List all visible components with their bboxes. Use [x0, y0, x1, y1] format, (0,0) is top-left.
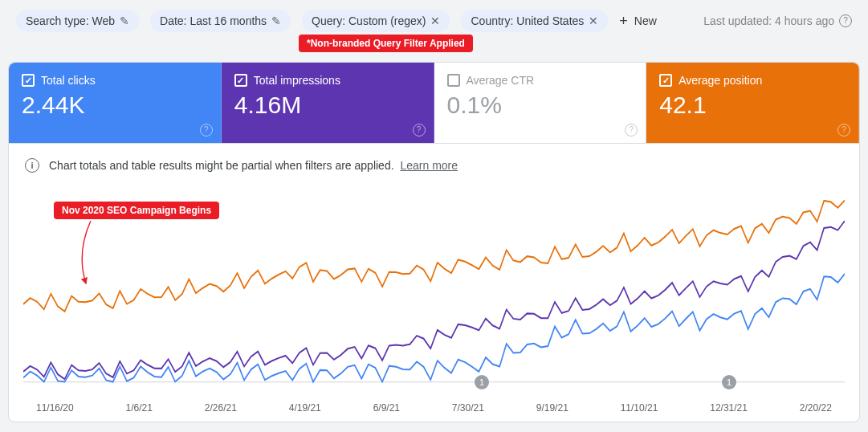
chip-label: Search type: Web [26, 14, 115, 27]
metric-label: Average CTR [467, 74, 535, 87]
metric-card-impressions[interactable]: Total impressions 4.16M ? [222, 63, 434, 143]
chip-label: Country: United States [471, 14, 584, 27]
metric-card-clicks[interactable]: Total clicks 2.44K ? [9, 63, 222, 143]
filter-chip-country[interactable]: Country: United States ✕ [461, 10, 608, 32]
note-text: Chart totals and table results might be … [49, 159, 394, 172]
update-marker[interactable]: 1 [722, 375, 736, 389]
add-filter-button[interactable]: + New [619, 13, 657, 30]
x-tick-label: 1/6/21 [126, 402, 153, 414]
help-icon[interactable]: ? [200, 124, 213, 137]
checkbox-icon [447, 74, 460, 87]
x-tick-label: 7/30/21 [452, 402, 484, 414]
metric-card-position[interactable]: Average position 42.1 ? [646, 63, 859, 143]
update-marker[interactable]: 1 [475, 375, 489, 389]
metric-cards: Total clicks 2.44K ? Total impressions 4… [9, 63, 859, 144]
metric-value: 42.1 [659, 92, 846, 119]
filter-chip-query[interactable]: Query: Custom (regex) ✕ [302, 10, 450, 32]
performance-panel: Total clicks 2.44K ? Total impressions 4… [8, 62, 860, 422]
metric-label: Total clicks [41, 74, 96, 87]
info-icon: i [25, 158, 39, 173]
help-icon[interactable]: ? [839, 14, 852, 27]
x-tick-label: 12/31/21 [710, 402, 748, 414]
non-branded-badge: *Non-branded Query Filter Applied [299, 35, 473, 52]
x-tick-label: 6/9/21 [373, 402, 400, 414]
x-axis-labels: 11/16/201/6/212/26/214/19/216/9/217/30/2… [9, 402, 859, 422]
plus-icon: + [619, 13, 628, 30]
checkbox-icon [22, 74, 35, 87]
learn-more-link[interactable]: Learn more [400, 159, 458, 172]
close-icon[interactable]: ✕ [430, 14, 440, 27]
metric-label: Total impressions [254, 74, 340, 87]
metric-card-ctr[interactable]: Average CTR 0.1% ? [434, 63, 647, 143]
x-tick-label: 2/26/21 [205, 402, 237, 414]
last-updated-text: Last updated: 4 hours ago [703, 14, 834, 27]
last-updated: Last updated: 4 hours ago ? [703, 14, 852, 27]
callout-badge: Nov 2020 SEO Campaign Begins [54, 202, 219, 219]
seo-campaign-callout: Nov 2020 SEO Campaign Begins [54, 202, 219, 219]
close-icon[interactable]: ✕ [589, 14, 598, 27]
x-tick-label: 9/19/21 [536, 402, 568, 414]
checkbox-icon [659, 74, 672, 87]
pencil-icon: ✎ [120, 14, 129, 27]
checkbox-icon [234, 74, 247, 87]
metric-value: 4.16M [234, 92, 421, 119]
help-icon[interactable]: ? [625, 124, 638, 137]
x-tick-label: 4/19/21 [289, 402, 321, 414]
help-icon[interactable]: ? [837, 124, 850, 137]
chip-label: Query: Custom (regex) [312, 14, 426, 27]
metric-label: Average position [679, 74, 762, 87]
help-icon[interactable]: ? [413, 124, 426, 137]
partial-results-note: i Chart totals and table results might b… [9, 144, 859, 177]
x-tick-label: 11/10/21 [621, 402, 658, 414]
metric-value: 2.44K [22, 92, 208, 119]
chip-label: Date: Last 16 months [160, 14, 267, 27]
filter-bar: Search type: Web ✎ Date: Last 16 months … [0, 0, 868, 34]
new-filter-label: New [634, 14, 657, 27]
metric-value: 0.1% [447, 92, 634, 119]
filter-chip-date[interactable]: Date: Last 16 months ✎ [150, 10, 291, 32]
x-tick-label: 11/16/20 [36, 402, 74, 414]
arrow-icon [67, 221, 115, 293]
filter-chip-search-type[interactable]: Search type: Web ✎ [16, 10, 139, 32]
x-tick-label: 2/20/22 [800, 402, 832, 414]
performance-chart: Nov 2020 SEO Campaign Begins 1 1 [9, 177, 859, 402]
pencil-icon: ✎ [271, 14, 281, 27]
